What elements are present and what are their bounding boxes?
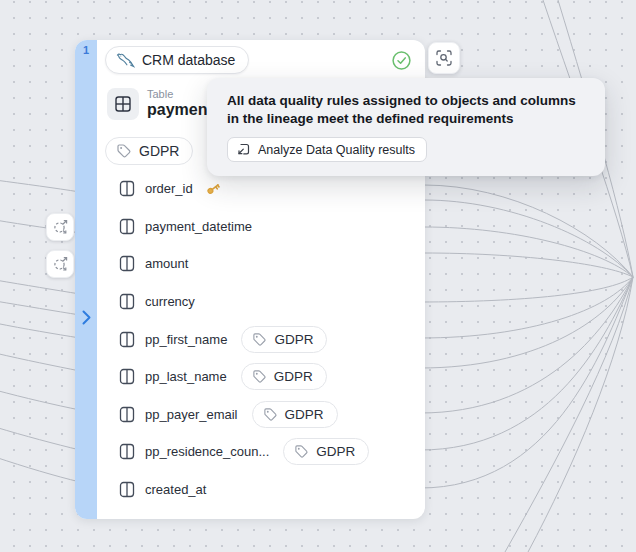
column-tag-pill[interactable]: GDPR	[241, 326, 327, 353]
column-icon	[119, 180, 135, 197]
column-icon	[119, 293, 135, 310]
tag-icon	[252, 369, 267, 384]
column-name: pp_last_name	[145, 369, 227, 384]
column-name: payment_datetime	[145, 219, 252, 234]
column-list: order_id payment_datetime	[105, 170, 413, 508]
column-tag-label: GDPR	[274, 369, 313, 384]
column-tag-label: GDPR	[316, 444, 355, 459]
tag-pill-gdpr[interactable]: GDPR	[105, 137, 193, 165]
column-row[interactable]: pp_first_name GDPR	[105, 320, 413, 358]
node-index-badge: 1	[75, 44, 97, 56]
card-header: CRM database	[105, 46, 413, 74]
expand-lineage-icon	[52, 219, 69, 236]
data-quality-tooltip: All data quality rules assigned to objec…	[207, 78, 605, 176]
column-name: currency	[145, 294, 195, 309]
column-name: pp_first_name	[145, 332, 227, 347]
column-row[interactable]: created_at	[105, 471, 413, 509]
tag-icon	[116, 143, 132, 159]
data-source-label: CRM database	[142, 52, 235, 68]
mysql-icon	[116, 53, 135, 68]
column-name: pp_payer_email	[145, 407, 238, 422]
expand-lineage-icon	[52, 256, 69, 273]
table-icon	[107, 88, 139, 120]
column-icon	[119, 406, 135, 423]
column-name: order_id	[145, 181, 193, 196]
column-tag-label: GDPR	[285, 407, 324, 422]
column-tag-pill[interactable]: GDPR	[252, 401, 338, 428]
tooltip-message: All data quality rules assigned to objec…	[227, 92, 585, 128]
column-icon	[119, 481, 135, 498]
check-circle-icon[interactable]	[392, 51, 411, 70]
tag-icon	[263, 407, 278, 422]
column-icon	[119, 255, 135, 272]
node-selection-bar[interactable]: 1	[75, 40, 97, 519]
column-icon	[119, 331, 135, 348]
analyze-data-quality-button[interactable]: Analyze Data Quality results	[227, 137, 427, 162]
column-row[interactable]: pp_payer_email GDPR	[105, 396, 413, 434]
column-name: created_at	[145, 482, 206, 497]
column-row[interactable]: pp_residence_coun... GDPR	[105, 433, 413, 471]
column-row[interactable]: amount	[105, 245, 413, 283]
tag-icon	[294, 444, 309, 459]
column-icon	[119, 218, 135, 235]
column-tag-pill[interactable]: GDPR	[283, 438, 369, 465]
column-row[interactable]: currency	[105, 283, 413, 321]
collapse-chevron-icon[interactable]	[82, 310, 91, 325]
column-name: pp_residence_coun...	[145, 444, 269, 459]
focus-node-button[interactable]	[428, 42, 460, 74]
focus-search-icon	[435, 49, 453, 67]
expand-lineage-button[interactable]	[46, 213, 74, 241]
column-icon	[119, 368, 135, 385]
tag-label: GDPR	[139, 143, 179, 159]
expand-lineage-button[interactable]	[46, 250, 74, 278]
column-tag-label: GDPR	[274, 332, 313, 347]
key-icon	[205, 180, 222, 197]
tag-icon	[252, 332, 267, 347]
data-source-pill[interactable]: CRM database	[105, 46, 249, 74]
column-tag-pill[interactable]: GDPR	[241, 363, 327, 390]
column-row[interactable]: payment_datetime	[105, 208, 413, 246]
column-row[interactable]: pp_last_name GDPR	[105, 358, 413, 396]
analyze-button-label: Analyze Data Quality results	[258, 143, 415, 157]
column-name: amount	[145, 256, 188, 271]
open-panel-icon	[236, 142, 251, 157]
column-icon	[119, 443, 135, 460]
